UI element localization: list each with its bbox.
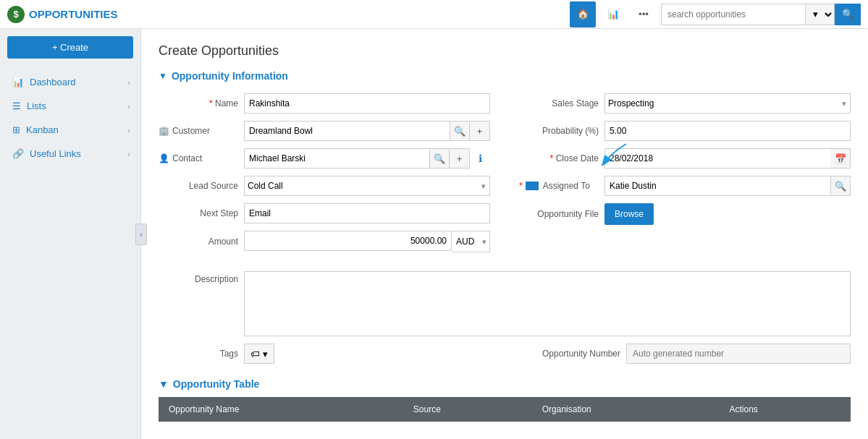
close-date-row: Close Date 📅 — [519, 148, 851, 169]
lead-source-select-wrapper: Cold Call Email Web Phone — [244, 176, 490, 196]
assigned-to-label: Assigned To — [519, 181, 599, 191]
assigned-to-input[interactable] — [604, 176, 830, 196]
contact-input[interactable] — [244, 148, 429, 169]
amount-input-group: AUD USD EUR GBP — [244, 231, 490, 252]
sales-stage-label: Sales Stage — [519, 98, 599, 108]
section1-label: Opportunity Information — [172, 70, 288, 82]
search-input[interactable] — [661, 4, 806, 25]
brand-label: OPPORTUNITIES — [29, 8, 118, 20]
browse-button[interactable]: Browse — [604, 203, 654, 225]
form-right: Sales Stage Prospecting Qualification Pr… — [519, 93, 851, 260]
chevron-icon: › — [127, 102, 130, 111]
chevron-icon: › — [127, 150, 130, 158]
section2-label: Opportunity Table — [173, 378, 260, 390]
create-label: + Create — [52, 42, 88, 53]
search-button[interactable]: 🔍 — [835, 4, 861, 25]
brand-icon: $ — [7, 6, 25, 23]
topbar-actions: 🏠 📊 ••• ▾ 🔍 — [570, 1, 861, 27]
probability-row: Probability (%) — [519, 121, 851, 141]
tags-btn-arrow: ▾ — [263, 349, 268, 359]
section2-header: ▼ Opportunity Table — [159, 378, 851, 390]
more-button[interactable]: ••• — [631, 1, 657, 27]
sidebar-item-lists[interactable]: ☰ Lists › — [0, 94, 140, 118]
sidebar-label-kanban: Kanban — [26, 124, 59, 135]
col-organisation: Organisation — [532, 397, 720, 422]
customer-icon: 🏢 — [159, 126, 169, 136]
probability-input[interactable] — [604, 121, 851, 141]
opnum-label: Opportunity Number — [519, 349, 620, 359]
col-source: Source — [403, 397, 532, 422]
amount-label: Amount — [159, 236, 238, 247]
kanban-icon: ⊞ — [12, 124, 20, 135]
table-header-row: Opportunity Name Source Organisation Act… — [159, 397, 851, 422]
sidebar-label-useful-links: Useful Links — [30, 148, 81, 159]
sidebar-item-kanban[interactable]: ⊞ Kanban › — [0, 118, 140, 142]
close-date-label: Close Date — [519, 153, 599, 163]
col-opportunity-name: Opportunity Name — [159, 397, 403, 422]
lead-source-label: Lead Source — [159, 181, 238, 191]
probability-label: Probability (%) — [519, 126, 599, 136]
lead-source-row: Lead Source Cold Call Email Web Phone — [159, 176, 490, 196]
chart-button[interactable]: 📊 — [600, 1, 626, 27]
link-icon: 🔗 — [12, 148, 24, 159]
description-label: Description — [159, 271, 238, 284]
opportunity-file-label: Opportunity File — [519, 209, 599, 219]
tags-opnum-row: Tags 🏷 ▾ Opportunity Number — [159, 344, 851, 364]
section1-chevron: ▼ — [159, 71, 167, 81]
customer-add-button[interactable]: + — [470, 121, 490, 141]
sidebar-label-dashboard: Dashboard — [30, 77, 76, 88]
currency-select-wrap: AUD USD EUR GBP — [452, 231, 490, 252]
next-step-input[interactable] — [244, 203, 490, 223]
name-input[interactable] — [244, 93, 490, 114]
assigned-to-input-group: 🔍 — [604, 176, 851, 196]
search-type-dropdown[interactable]: ▾ — [806, 4, 835, 25]
customer-input[interactable] — [244, 121, 450, 141]
customer-row: 🏢 Customer 🔍 + — [159, 121, 490, 141]
lists-icon: ☰ — [12, 101, 21, 111]
assigned-to-row: Assigned To 🔍 — [519, 176, 851, 196]
lead-source-select[interactable]: Cold Call Email Web Phone — [244, 176, 490, 196]
opnum-row: Opportunity Number — [519, 344, 851, 364]
assigned-to-search-button[interactable]: 🔍 — [830, 176, 851, 196]
amount-row: Amount AUD USD EUR GBP — [159, 231, 490, 252]
home-button[interactable]: 🏠 — [570, 1, 596, 27]
create-button[interactable]: + Create — [7, 36, 133, 59]
form-left: Name 🏢 Customer 🔍 + — [159, 93, 490, 260]
topbar: $ OPPORTUNITIES 🏠 📊 ••• ▾ 🔍 — [0, 0, 868, 29]
search-wrap: ▾ 🔍 — [661, 4, 861, 25]
close-date-input-group: 📅 — [604, 148, 851, 169]
chevron-icon: › — [127, 126, 130, 135]
opnum-input — [626, 344, 851, 364]
section1-header: ▼ Opportunity Information — [159, 70, 851, 82]
next-step-label: Next Step — [159, 208, 238, 218]
dashboard-icon: 📊 — [12, 77, 24, 88]
sidebar-item-useful-links[interactable]: 🔗 Useful Links › — [0, 142, 140, 166]
customer-label: 🏢 Customer — [159, 126, 238, 136]
contact-search-button[interactable]: 🔍 — [429, 148, 450, 169]
description-row: Description — [159, 271, 851, 336]
chevron-icon: › — [127, 78, 130, 87]
customer-search-button[interactable]: 🔍 — [450, 121, 470, 141]
customer-input-group: 🔍 + — [244, 121, 490, 141]
contact-row: 👤 Contact 🔍 + ℹ — [159, 148, 490, 169]
form-grid: Name 🏢 Customer 🔍 + — [159, 93, 851, 260]
sidebar-item-dashboard[interactable]: 📊 Dashboard › — [0, 70, 140, 94]
amount-input[interactable] — [244, 231, 452, 251]
tags-row: Tags 🏷 ▾ — [159, 344, 490, 364]
sidebar-nav: 📊 Dashboard › ☰ Lists › ⊞ Kanban › — [0, 70, 140, 166]
page-title: Create Opportunities — [159, 43, 851, 59]
close-date-input[interactable] — [604, 148, 830, 169]
calendar-button[interactable]: 📅 — [830, 148, 851, 169]
contact-info-button[interactable]: ℹ — [470, 148, 490, 169]
opportunity-table: Opportunity Name Source Organisation Act… — [159, 397, 851, 422]
tags-button[interactable]: 🏷 ▾ — [244, 344, 274, 364]
contact-add-button[interactable]: + — [450, 148, 470, 169]
sidebar: + Create 📊 Dashboard › ☰ Lists › ⊞ — [0, 29, 141, 439]
tag-icon: 🏷 — [250, 349, 260, 359]
description-textarea[interactable] — [244, 271, 851, 336]
sales-stage-select[interactable]: Prospecting Qualification Proposal Close… — [604, 93, 851, 114]
col-actions: Actions — [719, 397, 851, 422]
sidebar-collapse-toggle[interactable]: ‹ — [135, 223, 147, 245]
name-label: Name — [159, 98, 238, 108]
currency-select[interactable]: AUD USD EUR GBP — [452, 231, 489, 252]
